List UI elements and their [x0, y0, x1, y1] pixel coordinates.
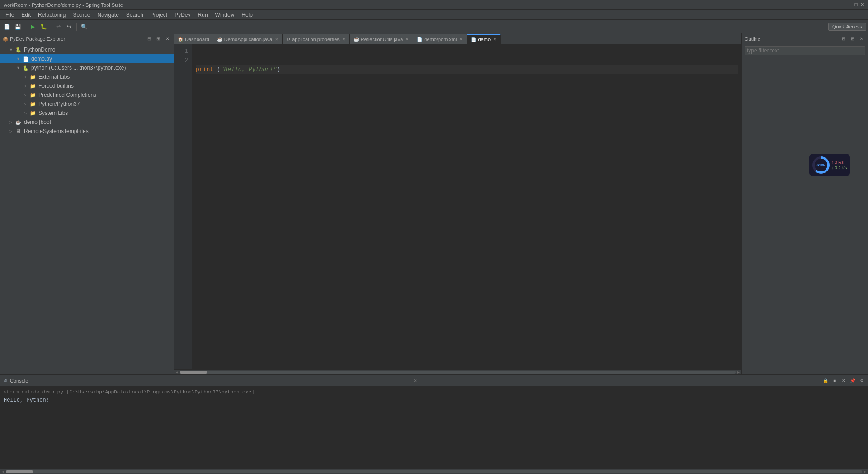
net-up: ↑ 0 k/s	[832, 160, 847, 165]
menu-run[interactable]: Run	[194, 11, 212, 19]
py-icon: 📄	[471, 37, 476, 42]
editor-hscroll[interactable]: ◂ ▸	[174, 369, 741, 374]
save-button[interactable]: 💾	[13, 22, 23, 32]
console-scroll-right[interactable]: ▸	[864, 469, 866, 474]
perf-widget: 63% ↑ 0 k/s ↓ 0.2 k/s	[809, 154, 850, 176]
console-header: 🖥 Console ✕ 🔒 ■ ✕ 📌 ⚙	[0, 375, 868, 386]
menu-project[interactable]: Project	[147, 11, 171, 19]
tab-demo-pom[interactable]: 📄 demo/pom.xml ✕	[413, 34, 467, 44]
outline-title: Outline	[745, 36, 838, 42]
close-panel-button[interactable]: ✕	[164, 35, 171, 43]
window-controls[interactable]: ─ □ ✕	[849, 2, 864, 8]
tree-view: ▼ 🐍 PythonDemo ▼ 📄 demo.py ▼ �	[0, 44, 174, 374]
scroll-left-arrow[interactable]: ◂	[176, 370, 178, 374]
tree-item-system-libs[interactable]: ▷ 📁 System Libs	[0, 109, 174, 118]
window-title: workRoom - PythonDemo/demo.py - Spring T…	[4, 2, 123, 8]
console-hscroll[interactable]: ◂ ▸	[0, 469, 868, 474]
console-pin[interactable]: 📌	[849, 377, 856, 384]
outline-minimize-button[interactable]: ⊟	[840, 35, 847, 43]
menu-edit[interactable]: Edit	[18, 11, 34, 19]
quick-access-button[interactable]: Quick Access	[828, 23, 866, 31]
menu-refactoring[interactable]: Refactoring	[34, 11, 69, 19]
menu-bar: File Edit Refactoring Source Navigate Se…	[0, 10, 868, 20]
tree-item-python[interactable]: ▼ 🐍 python (C:\Users ... thon37\python.e…	[0, 63, 174, 72]
close-button[interactable]: ✕	[860, 2, 864, 8]
console-scroll-left[interactable]: ◂	[2, 469, 4, 474]
main-layout: 📦PyDev Package Explorer ⊟ ⊞ ✕ ▼ 🐍 Python…	[0, 33, 868, 474]
code-line-2	[196, 92, 738, 101]
minimize-button[interactable]: ─	[849, 2, 852, 8]
cpu-gauge: 63%	[812, 156, 830, 174]
outline-panel: Outline ⊟ ⊞ ✕	[741, 33, 868, 374]
menu-window[interactable]: Window	[212, 11, 238, 19]
tab-application-properties[interactable]: ⚙ application.properties ✕	[283, 34, 350, 44]
tree-item-python37[interactable]: ▷ 📁 Python/Python37	[0, 100, 174, 109]
package-explorer-title: 📦PyDev Package Explorer	[3, 36, 144, 42]
maximize-panel-button[interactable]: ⊞	[155, 35, 162, 43]
hscroll-thumb[interactable]	[180, 371, 207, 374]
console-scroll-lock[interactable]: 🔒	[822, 377, 829, 384]
xml-icon: 📄	[417, 37, 422, 42]
tab-close-demo-py[interactable]: ✕	[493, 37, 497, 42]
toolbar-separator-1	[25, 23, 25, 31]
console-settings[interactable]: ⚙	[858, 377, 865, 384]
title-bar: workRoom - PythonDemo/demo.py - Spring T…	[0, 0, 868, 10]
search-toolbar-button[interactable]: 🔍	[79, 22, 89, 32]
toolbar: 📄 💾 ▶ 🐛 ↩ ↪ 🔍 Quick Access	[0, 20, 868, 33]
tree-item-external-libs[interactable]: ▷ 📁 External Libs	[0, 72, 174, 81]
tab-close-pom[interactable]: ✕	[459, 37, 463, 42]
redo-button[interactable]: ↪	[64, 22, 74, 32]
outline-expand-button[interactable]: ⊞	[849, 35, 856, 43]
menu-search[interactable]: Search	[123, 11, 147, 19]
tab-close-reflection[interactable]: ✕	[406, 37, 409, 42]
menu-navigate[interactable]: Navigate	[94, 11, 122, 19]
net-down: ↓ 0.2 k/s	[832, 166, 847, 170]
properties-icon: ⚙	[286, 37, 290, 42]
code-line-1: print ("Hello, Python!")	[196, 65, 738, 74]
console-terminate[interactable]: ■	[831, 377, 838, 384]
java-icon-2: ☕	[354, 37, 359, 42]
outline-header: Outline ⊟ ⊞ ✕	[742, 33, 868, 44]
debug-button[interactable]: 🐛	[38, 22, 48, 32]
console-icon: 🖥	[3, 378, 7, 383]
console-tab-close-icon: ✕	[414, 379, 417, 383]
line-numbers: 1 2	[174, 44, 192, 369]
tab-close-properties[interactable]: ✕	[342, 37, 346, 42]
outline-close-button[interactable]: ✕	[858, 35, 865, 43]
center-area: 🏠 Dashboard ☕ DemoApplication.java ✕ ⚙ a…	[174, 33, 868, 374]
console-clear[interactable]: ✕	[840, 377, 847, 384]
cpu-percent: 63%	[815, 159, 827, 171]
tree-item-demopy[interactable]: ▼ 📄 demo.py	[0, 54, 174, 63]
console-hscroll-thumb[interactable]	[6, 470, 33, 473]
hscroll-track	[180, 371, 736, 374]
menu-file[interactable]: File	[2, 11, 18, 19]
minimize-panel-button[interactable]: ⊟	[146, 35, 153, 43]
tab-dashboard[interactable]: 🏠 Dashboard	[174, 34, 213, 44]
code-editor[interactable]: 1 2 print ("Hello, Python!")	[174, 44, 741, 369]
package-explorer-header: 📦PyDev Package Explorer ⊟ ⊞ ✕	[0, 33, 174, 44]
outline-filter-input[interactable]	[745, 46, 865, 55]
tree-item-demo-boot[interactable]: ▷ ☕ demo [boot]	[0, 118, 174, 127]
package-explorer-panel: 📦PyDev Package Explorer ⊟ ⊞ ✕ ▼ 🐍 Python…	[0, 33, 174, 374]
menu-source[interactable]: Source	[69, 11, 94, 19]
tab-demo-application[interactable]: ☕ DemoApplication.java ✕	[213, 34, 283, 44]
tab-demo-py[interactable]: 📄 demo ✕	[467, 34, 501, 44]
run-button[interactable]: ▶	[28, 22, 38, 32]
tab-close-demo-application[interactable]: ✕	[275, 37, 278, 42]
scroll-right-arrow[interactable]: ▸	[737, 370, 740, 374]
tree-item-pythondemo[interactable]: ▼ 🐍 PythonDemo	[0, 45, 174, 54]
net-stats: ↑ 0 k/s ↓ 0.2 k/s	[832, 160, 847, 170]
console-title: Console	[10, 378, 411, 384]
tree-item-predefined-completions[interactable]: ▷ 📁 Predefined Completions	[0, 90, 174, 100]
console-hscroll-track	[6, 470, 862, 473]
tree-item-remote-systems[interactable]: ▷ 🖥 RemoteSystemsTempFiles	[0, 127, 174, 136]
tab-reflection-utils[interactable]: ☕ ReflectionUtils.java ✕	[350, 34, 414, 44]
new-button[interactable]: 📄	[2, 22, 12, 32]
menu-pydev[interactable]: PyDev	[171, 11, 194, 19]
tree-item-forced-builtins[interactable]: ▷ 📁 Forced builtins	[0, 81, 174, 90]
editor-panel: 🏠 Dashboard ☕ DemoApplication.java ✕ ⚙ a…	[174, 33, 741, 374]
undo-button[interactable]: ↩	[53, 22, 63, 32]
code-content[interactable]: print ("Hello, Python!")	[192, 44, 741, 369]
maximize-button[interactable]: □	[854, 2, 858, 8]
menu-help[interactable]: Help	[238, 11, 256, 19]
